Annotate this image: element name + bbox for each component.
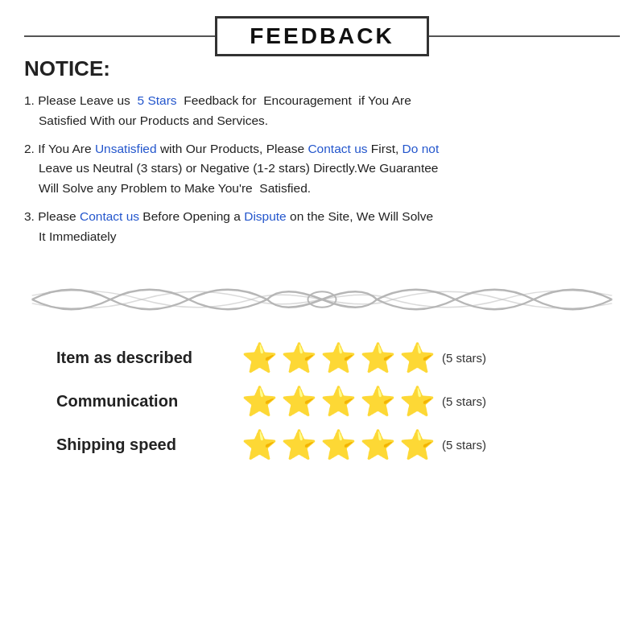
notice-2-donot: Do not <box>402 142 440 155</box>
rating-label-1: Item as described <box>56 349 233 367</box>
star-1-2: ⭐ <box>281 344 317 373</box>
notice-item-3: 3. Please Contact us Before Opening a Di… <box>24 207 620 247</box>
notice-item-1: 1. Please Leave us 5 Stars Feedback for … <box>24 91 620 131</box>
star-2-5: ⭐ <box>399 387 436 416</box>
star-2-3: ⭐ <box>320 387 357 416</box>
star-3-1: ⭐ <box>242 431 278 460</box>
header-line-left <box>24 35 215 37</box>
notice-1-number: 1. <box>24 93 35 107</box>
feedback-title: FEEDBACK <box>215 16 429 56</box>
star-3-2: ⭐ <box>281 431 317 460</box>
star-count-2: (5 stars) <box>442 394 486 408</box>
notice-3-indent: It Immediately <box>24 227 620 247</box>
page-wrapper: FEEDBACK NOTICE: 1. Please Leave us 5 St… <box>0 0 644 644</box>
notice-2-unsatisfied: Unsatisfied <box>95 142 157 155</box>
rating-label-2: Communication <box>56 392 233 411</box>
notice-1-indent: Satisfied With our Products and Services… <box>24 111 620 131</box>
star-1-4: ⭐ <box>360 344 396 373</box>
star-1-5: ⭐ <box>399 344 436 373</box>
stars-3: ⭐ ⭐ ⭐ ⭐ ⭐ (5 stars) <box>242 431 486 460</box>
stars-1: ⭐ ⭐ ⭐ ⭐ ⭐ (5 stars) <box>242 344 486 373</box>
notice-3-dispute: Dispute <box>244 209 287 223</box>
star-count-1: (5 stars) <box>442 351 486 365</box>
feedback-header: FEEDBACK <box>24 16 620 56</box>
notice-3-number: 3. <box>24 209 35 223</box>
notice-item-2: 2. If You Are Unsatisfied with Our Produ… <box>24 139 620 199</box>
divider-svg <box>24 275 620 324</box>
star-2-1: ⭐ <box>242 387 278 416</box>
star-2-4: ⭐ <box>360 387 396 416</box>
notice-2-indent2: Will Solve any Problem to Make You're Sa… <box>24 179 620 199</box>
notice-title: NOTICE: <box>24 56 110 81</box>
rating-row-3: Shipping speed ⭐ ⭐ ⭐ ⭐ ⭐ (5 stars) <box>56 431 620 460</box>
rating-row-2: Communication ⭐ ⭐ ⭐ ⭐ ⭐ (5 stars) <box>56 387 620 416</box>
notice-2-number: 2. <box>24 142 35 155</box>
notice-2-indent: Leave us Neutral (3 stars) or Negative (… <box>24 159 620 179</box>
star-2-2: ⭐ <box>281 387 317 416</box>
star-3-4: ⭐ <box>360 431 396 460</box>
notice-list: 1. Please Leave us 5 Stars Feedback for … <box>24 91 620 255</box>
star-1-3: ⭐ <box>320 344 357 373</box>
notice-1-highlight1: 5 Stars <box>137 93 176 107</box>
star-1-1: ⭐ <box>242 344 278 373</box>
star-count-3: (5 stars) <box>442 438 486 452</box>
notice-2-contact: Contact us <box>308 142 367 155</box>
star-3-3: ⭐ <box>320 431 357 460</box>
rating-row-1: Item as described ⭐ ⭐ ⭐ ⭐ ⭐ (5 stars) <box>56 344 620 373</box>
rating-label-3: Shipping speed <box>56 436 233 454</box>
decorative-divider <box>24 271 620 328</box>
notice-3-contact: Contact us <box>80 209 139 223</box>
ratings-section: Item as described ⭐ ⭐ ⭐ ⭐ ⭐ (5 stars) Co… <box>24 344 620 460</box>
header-line-right <box>429 35 620 37</box>
star-3-5: ⭐ <box>399 431 436 460</box>
stars-2: ⭐ ⭐ ⭐ ⭐ ⭐ (5 stars) <box>242 387 486 416</box>
